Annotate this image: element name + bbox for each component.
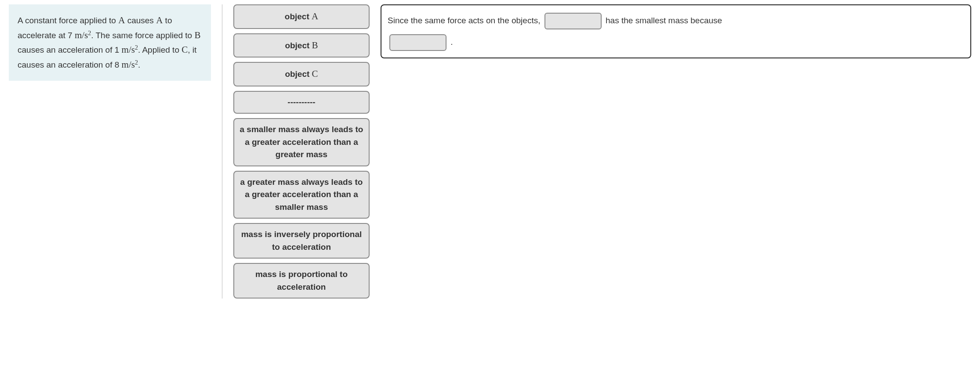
vertical-divider <box>222 4 222 299</box>
prompt-text: A constant force applied to <box>18 16 118 25</box>
prompt-text: causes <box>125 16 156 25</box>
variable-b: B <box>194 30 200 40</box>
problem-prompt: A constant force applied to A causes A t… <box>9 4 211 81</box>
tile-variable: C <box>312 68 318 79</box>
tile-variable: A <box>312 11 318 22</box>
unit: m/s <box>75 30 88 40</box>
tile-object-c[interactable]: object C <box>233 62 370 86</box>
variable-a: A <box>118 15 125 25</box>
tile-label: ---------- <box>287 97 315 107</box>
tile-reason-smaller-mass[interactable]: a smaller mass always leads to a greater… <box>233 118 370 166</box>
tile-label: object <box>285 41 312 50</box>
sentence-text: Since the same force acts on the objects… <box>388 16 543 25</box>
variable-c: C <box>181 44 188 55</box>
unit: m/s <box>122 59 135 70</box>
sentence-text: has the smallest mass because <box>603 16 722 25</box>
tile-object-a[interactable]: object A <box>233 4 370 29</box>
sentence-box: Since the same force acts on the objects… <box>381 4 971 58</box>
prompt-text: . The same force applied to <box>91 31 194 40</box>
drop-slot-reason[interactable] <box>389 34 446 51</box>
tile-label: object <box>285 69 312 79</box>
tile-object-b[interactable]: object B <box>233 33 370 58</box>
tile-label: a greater mass always leads to a greater… <box>240 177 363 212</box>
draggable-tiles-container: object A object B object C ---------- a … <box>233 4 370 299</box>
tile-label: mass is inversely proportional to accele… <box>241 230 362 252</box>
answer-area: Since the same force acts on the objects… <box>381 4 971 58</box>
tile-label: object <box>285 12 312 21</box>
tile-separator[interactable]: ---------- <box>233 91 370 114</box>
drop-slot-object[interactable] <box>544 13 602 29</box>
prompt-text: . <box>138 60 140 69</box>
prompt-text: . Applied to <box>138 45 181 54</box>
unit-exponent: 2 <box>135 59 138 65</box>
unit-exponent: 2 <box>135 44 138 51</box>
tile-reason-proportional[interactable]: mass is proportional to acceleration <box>233 263 370 299</box>
tile-reason-greater-mass[interactable]: a greater mass always leads to a greater… <box>233 171 370 219</box>
variable-a: A <box>156 15 163 25</box>
tile-reason-inverse[interactable]: mass is inversely proportional to accele… <box>233 223 370 259</box>
sentence-text: . <box>448 37 453 47</box>
unit: m/s <box>122 44 135 55</box>
tile-label: a smaller mass always leads to a greater… <box>240 125 363 159</box>
prompt-text: causes an acceleration of 1 <box>18 45 122 54</box>
tile-label: mass is proportional to acceleration <box>255 270 348 291</box>
tile-variable: B <box>312 40 318 50</box>
